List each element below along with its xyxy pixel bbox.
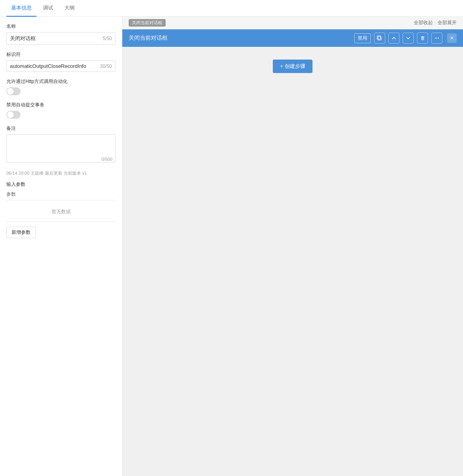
- note-textarea[interactable]: [6, 134, 116, 163]
- name-count: 5/50: [103, 36, 112, 41]
- tab-debug[interactable]: 调试: [38, 0, 58, 17]
- name-input[interactable]: 关闭对话框 5/50: [6, 32, 116, 45]
- params-col: 参数: [6, 191, 116, 198]
- name-label: 名称: [6, 23, 116, 30]
- disable-auto-toggle[interactable]: [6, 111, 21, 119]
- note-group: 备注 0/500: [6, 125, 116, 164]
- top-tab-bar: 基本信息 调试 大纲: [0, 0, 463, 17]
- svg-rect-0: [378, 37, 381, 40]
- note-label: 备注: [6, 125, 116, 132]
- dialog-title: 关闭当前对话框: [129, 35, 354, 42]
- params-header: 参数: [6, 191, 116, 200]
- identifier-group: 标识符 automaticOutputCloseRecordInfo 30/50: [6, 51, 116, 72]
- expand-all-btn[interactable]: 全部展开: [438, 19, 457, 26]
- close-button[interactable]: ✕: [447, 33, 457, 43]
- delete-icon-btn[interactable]: [417, 33, 428, 44]
- http-label: 允许通过Http方式调用自动化: [6, 78, 116, 85]
- tab-basic[interactable]: 基本信息: [6, 0, 37, 17]
- svg-point-3: [436, 38, 437, 39]
- svg-rect-1: [377, 36, 380, 39]
- add-param-button[interactable]: 新增参数: [6, 227, 36, 238]
- meta-info: 06/14 20:00 王延峰 最后更新 当前版本 v1: [6, 170, 116, 176]
- name-value: 关闭对话框: [10, 35, 100, 42]
- breadcrumb-tag: 关闭当前对话框: [129, 19, 166, 27]
- left-panel: 名称 关闭对话框 5/50 标识符 automaticOutputCloseRe…: [0, 17, 122, 476]
- down-arrow-icon: [406, 36, 411, 40]
- copy-icon: [377, 35, 382, 41]
- breadcrumb-bar: 关闭当前对话框 全部收起 全部展开: [122, 17, 463, 29]
- up-icon-btn[interactable]: [388, 33, 399, 44]
- disable-auto-label: 禁用自动提交事务: [6, 102, 116, 108]
- note-count: 0/500: [101, 157, 112, 162]
- down-icon-btn[interactable]: [403, 33, 414, 44]
- svg-point-2: [435, 38, 436, 39]
- identifier-label: 标识符: [6, 51, 116, 58]
- more-icon-btn[interactable]: [431, 33, 442, 44]
- http-toggle[interactable]: [6, 87, 21, 95]
- right-body: + 创建步骤: [122, 47, 463, 476]
- http-toggle-group: 允许通过Http方式调用自动化: [6, 78, 116, 95]
- tab-outline[interactable]: 大纲: [60, 0, 79, 17]
- svg-point-4: [438, 38, 439, 39]
- main-content: 名称 关闭对话框 5/50 标识符 automaticOutputCloseRe…: [0, 17, 463, 476]
- more-icon: [434, 35, 440, 41]
- up-arrow-icon: [392, 36, 396, 40]
- collapse-all-btn[interactable]: 全部收起: [414, 19, 433, 26]
- disable-button[interactable]: 禁用: [354, 33, 371, 43]
- no-data: 暂无数据: [6, 202, 116, 222]
- identifier-input[interactable]: automaticOutputCloseRecordInfo 30/50: [6, 60, 116, 72]
- input-params-label: 输入参数: [6, 181, 116, 188]
- identifier-count: 30/50: [100, 64, 112, 69]
- copy-icon-btn[interactable]: [374, 33, 385, 44]
- identifier-value: automaticOutputCloseRecordInfo: [10, 63, 97, 69]
- name-group: 名称 关闭对话框 5/50: [6, 23, 116, 45]
- top-right-actions: 全部收起 全部展开: [414, 19, 457, 26]
- disable-auto-group: 禁用自动提交事务: [6, 102, 116, 119]
- create-step-button[interactable]: + 创建步骤: [273, 60, 312, 73]
- delete-icon: [420, 36, 425, 41]
- right-panel: 关闭当前对话框 全部收起 全部展开 关闭当前对话框 禁用: [122, 17, 463, 476]
- header-actions: 禁用: [354, 33, 457, 44]
- dialog-header: 关闭当前对话框 禁用: [122, 29, 463, 47]
